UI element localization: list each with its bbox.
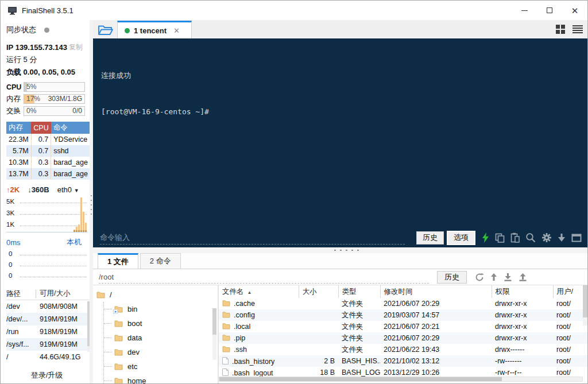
history-button[interactable]: 历史	[416, 231, 444, 245]
process-col-command[interactable]: 命令	[51, 122, 90, 134]
disk-path: /run	[6, 328, 36, 336]
file-row[interactable]: .local 文件夹 2021/06/07 20:21 drwxr-xr-x r…	[219, 321, 587, 332]
load-label: 负载 0.00, 0.05, 0.05	[6, 67, 75, 77]
memory-meter-bar: 17% 303M/1.8G	[24, 94, 85, 104]
refresh-icon[interactable]	[475, 273, 484, 282]
cpu-meter-value: 5%	[26, 83, 36, 91]
tree-item-boot[interactable]: boot	[104, 316, 218, 331]
path-input[interactable]	[99, 271, 429, 284]
disk-row[interactable]: /dev/...919M/919M	[6, 313, 90, 325]
file-list-vscrollbar[interactable]	[583, 285, 587, 325]
col-type[interactable]: 类型	[338, 285, 380, 298]
terminal-line: 连接成功	[101, 69, 587, 82]
file-icon	[222, 357, 229, 364]
power-lightning-icon[interactable]	[482, 232, 489, 243]
sync-status-row: 同步状态	[6, 24, 87, 36]
proc-cpu: 0.3	[31, 157, 51, 168]
title-bar: FinalShell 3.5.1 ✕	[1, 1, 587, 20]
upload-icon[interactable]	[519, 273, 527, 282]
copy-icon[interactable]	[495, 233, 505, 243]
process-table: 内存 CPU 命令 22.3M 0.7 YDService 5.7M 0.7 s…	[6, 122, 90, 180]
maximize-button[interactable]	[537, 1, 562, 20]
col-perm[interactable]: 权限	[492, 285, 553, 298]
connection-manager-button[interactable]	[93, 22, 117, 38]
settings-gear-icon[interactable]	[541, 232, 552, 243]
paste-icon[interactable]	[510, 232, 520, 243]
tree-item-data[interactable]: data	[104, 331, 218, 345]
folder-icon	[222, 311, 230, 318]
proc-cmd: barad_age	[51, 157, 90, 168]
layout-grid-icon[interactable]	[556, 25, 566, 34]
folder-icon	[222, 300, 230, 307]
tree-item-label: dev	[127, 348, 140, 356]
tree-item-home[interactable]: home	[104, 374, 218, 383]
copy-ip-button[interactable]: 复制	[69, 42, 83, 52]
col-mtime[interactable]: 修改时间	[380, 285, 492, 298]
terminal-area[interactable]: 连接成功 [root@VM-16-9-centos ~]# 历史 选项	[93, 38, 587, 247]
file-row[interactable]: .config 文件夹 2019/03/07 14:57 drwxr-xr-x …	[219, 309, 587, 321]
interface-select[interactable]: eth0 ▼	[57, 185, 79, 194]
tree-item-etc[interactable]: etc	[104, 359, 218, 374]
tab-close-icon[interactable]: ✕	[173, 26, 180, 35]
folder-icon	[222, 323, 230, 329]
disk-size: 908M/908M	[36, 302, 78, 311]
disk-row[interactable]: /run918M/919M	[6, 325, 90, 338]
memory-meter-detail: 303M/1.8G	[48, 95, 82, 103]
net-tick: 3K	[6, 210, 16, 216]
file-list-hscrollbar[interactable]	[219, 377, 583, 382]
search-icon[interactable]	[525, 232, 536, 243]
scroll-down-icon[interactable]	[558, 233, 566, 242]
file-icon	[222, 369, 229, 376]
disk-col-path[interactable]: 路径	[6, 290, 36, 298]
minimize-button[interactable]	[512, 1, 537, 20]
process-col-cpu[interactable]: CPU	[31, 122, 51, 134]
disk-table: 路径 可用/大小 /dev908M/908M /dev/...919M/919M…	[6, 288, 90, 363]
options-button[interactable]: 选项	[447, 231, 475, 245]
disk-row[interactable]: /sys/f...919M/919M	[6, 338, 90, 351]
tree-item-bin[interactable]: ➤ bin	[104, 302, 218, 316]
login-upgrade-link[interactable]: 登录/升级	[6, 370, 87, 381]
file-row[interactable]: .ssh 文件夹 2021/06/22 19:43 drwx------ roo…	[219, 344, 587, 355]
tree-item-label: bin	[127, 305, 137, 313]
disk-col-size[interactable]: 可用/大小	[36, 289, 70, 298]
proc-mem: 5.7M	[6, 145, 31, 157]
process-col-memory[interactable]: 内存	[6, 122, 31, 134]
app-icon	[7, 6, 17, 15]
proc-mem: 10.3M	[6, 157, 31, 168]
menu-icon[interactable]	[572, 25, 583, 34]
col-size[interactable]: 大小	[299, 285, 338, 298]
process-row[interactable]: 13.7M 0.3 barad_age	[6, 168, 90, 180]
command-input[interactable]	[100, 231, 405, 245]
tab-tencent[interactable]: 1 tencent ✕	[117, 21, 192, 38]
window-title: FinalShell 3.5.1	[22, 6, 74, 15]
panel-splitter[interactable]	[93, 247, 587, 253]
download-icon[interactable]	[504, 273, 512, 282]
proc-cpu: 0.7	[31, 134, 51, 145]
disk-row[interactable]: /44.6G/49.1G	[6, 351, 90, 363]
close-button[interactable]: ✕	[562, 1, 587, 20]
path-history-button[interactable]: 历史	[437, 271, 467, 284]
process-row[interactable]: 22.3M 0.7 YDService	[6, 134, 90, 145]
file-row[interactable]: .bash_history 2 B BASH_HIS... 2021/10/02…	[219, 355, 587, 367]
process-row[interactable]: 10.3M 0.3 barad_age	[6, 157, 90, 168]
disk-row[interactable]: /dev908M/908M	[6, 300, 90, 313]
file-row[interactable]: .pip 文件夹 2021/06/07 20:29 drwxr-xr-x roo…	[219, 332, 587, 344]
proc-cmd: sshd	[51, 145, 90, 157]
process-row[interactable]: 5.7M 0.7 sshd	[6, 145, 90, 157]
tree-item-root[interactable]: /	[96, 288, 218, 302]
sort-asc-icon: ▲	[247, 290, 252, 295]
col-filename[interactable]: 文件名▲	[219, 285, 299, 298]
symlink-badge-icon: ➤	[113, 309, 118, 314]
folder-icon	[96, 291, 105, 298]
tab-files[interactable]: 1 文件	[98, 253, 138, 269]
window-mode-icon[interactable]	[571, 234, 582, 242]
tree-scrollbar[interactable]	[212, 308, 216, 360]
tree-item-dev[interactable]: dev	[104, 345, 218, 359]
file-row[interactable]: .cache 文件夹 2021/06/07 20:29 drwxr-xr-x r…	[219, 298, 587, 309]
parent-directory-icon[interactable]	[490, 273, 497, 281]
col-owner[interactable]: 用户/	[553, 285, 587, 298]
folder-icon	[114, 377, 123, 383]
tab-commands[interactable]: 2 命令	[140, 253, 181, 269]
ip-label: IP 139.155.73.143	[6, 43, 67, 52]
disk-size: 918M/919M	[36, 328, 78, 336]
